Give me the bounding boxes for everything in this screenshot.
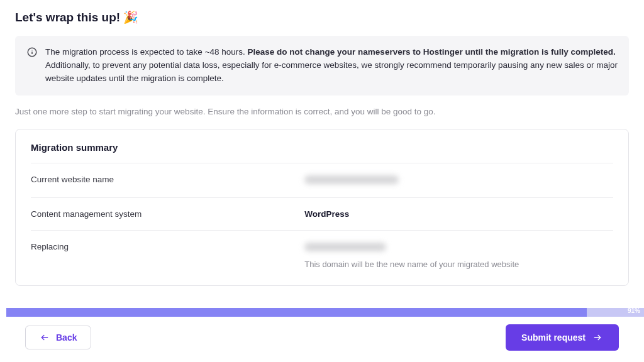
back-button[interactable]: Back (25, 326, 91, 349)
page-title: Let's wrap this up! 🎉 (15, 10, 629, 25)
summary-row-cms: Content management system WordPress (31, 198, 613, 231)
summary-label-replacing: Replacing (31, 242, 304, 251)
summary-row-website: Current website name (31, 163, 613, 198)
submit-button-label: Submit request (521, 332, 586, 343)
website-name-redacted (304, 175, 399, 184)
arrow-right-icon (592, 333, 603, 342)
replacing-subtext: This domain will be the new name of your… (304, 260, 613, 269)
arrow-left-icon (40, 333, 50, 342)
summary-value-cms: WordPress (304, 209, 349, 219)
replacing-domain-redacted (304, 243, 386, 251)
summary-label-cms: Content management system (31, 209, 304, 219)
footer-actions: Back Submit request (0, 314, 644, 362)
intro-text: Just one more step to start migrating yo… (15, 107, 629, 116)
info-bold: Please do not change your nameservers to… (248, 47, 616, 57)
back-button-label: Back (56, 332, 77, 343)
info-icon (26, 46, 38, 58)
info-tail: Additionally, to prevent any potential d… (45, 60, 618, 83)
svg-point-2 (31, 50, 32, 50)
info-lead: The migration process is expected to tak… (45, 47, 248, 57)
progress-label: 91% (628, 307, 640, 314)
submit-request-button[interactable]: Submit request (506, 324, 619, 351)
info-text: The migration process is expected to tak… (45, 46, 618, 85)
migration-summary-card: Migration summary Current website name C… (15, 129, 629, 286)
summary-heading: Migration summary (31, 142, 613, 163)
summary-row-replacing: Replacing This domain will be the new na… (31, 231, 613, 272)
summary-label-website: Current website name (31, 175, 304, 184)
info-banner: The migration process is expected to tak… (15, 36, 629, 96)
